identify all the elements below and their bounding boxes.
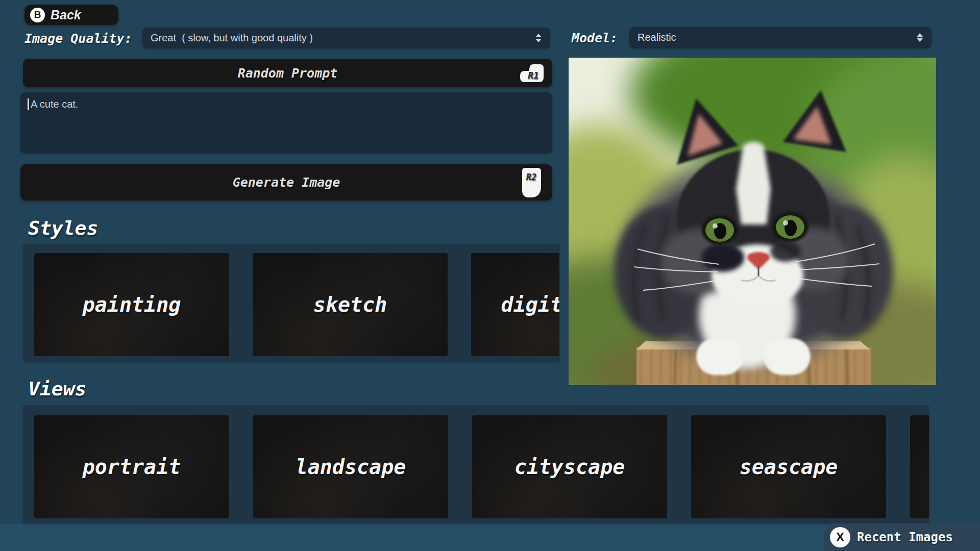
style-card-label: painting	[83, 293, 181, 316]
model-value: Realistic	[638, 32, 916, 43]
styles-panel: painting sketch digital art	[23, 244, 559, 361]
x-button-icon: X	[830, 527, 850, 547]
image-quality-select[interactable]: Great ( slow, but with good quality )	[142, 28, 550, 48]
r1-shoulder-icon: R1	[518, 63, 546, 84]
view-card-landscape[interactable]: landscape	[253, 415, 448, 518]
view-card-label: portrait	[83, 455, 181, 479]
random-prompt-button[interactable]: Random Prompt R1	[23, 59, 552, 87]
back-button-label: Back	[51, 8, 81, 22]
updown-arrows-icon	[916, 33, 923, 42]
views-panel: portrait landscape cityscape seascape	[23, 405, 929, 523]
app-root: B Back Image Quality: Great ( slow, but …	[0, 0, 980, 551]
style-card-sketch[interactable]: sketch	[253, 253, 448, 356]
b-button-icon: B	[30, 8, 45, 22]
r2-key-label: R2	[526, 172, 536, 182]
image-quality-value: Great ( slow, but with good quality )	[151, 32, 535, 44]
view-card-seascape[interactable]: seascape	[691, 415, 886, 518]
view-card-portrait[interactable]: portrait	[34, 415, 229, 518]
text-cursor-icon	[28, 98, 29, 110]
style-card-painting[interactable]: painting	[34, 253, 229, 356]
styles-heading: Styles	[28, 217, 98, 239]
cat-photo-illustration	[569, 58, 936, 385]
view-card-label: seascape	[740, 455, 838, 479]
back-button[interactable]: B Back	[24, 5, 118, 25]
view-card-label: cityscape	[514, 455, 625, 479]
model-label: Model:	[572, 31, 618, 45]
view-card-partial[interactable]	[910, 415, 929, 518]
recent-images-label: Recent Images	[857, 530, 953, 544]
recent-images-button[interactable]: X Recent Images	[824, 523, 980, 551]
r1-key-label: R1	[528, 70, 539, 81]
view-card-cityscape[interactable]: cityscape	[472, 415, 667, 518]
style-card-label: sketch	[313, 293, 387, 316]
generated-image-preview	[569, 58, 936, 385]
r2-trigger-icon: R2	[521, 167, 542, 198]
views-heading: Views	[28, 378, 86, 400]
style-card-digital-art[interactable]: digital art	[471, 253, 559, 356]
updown-arrows-icon	[535, 34, 542, 42]
view-card-label: landscape	[296, 455, 406, 479]
generate-image-button[interactable]: Generate Image R2	[20, 164, 552, 201]
generate-image-label: Generate Image	[233, 175, 340, 190]
style-card-label: digital art	[501, 293, 559, 316]
prompt-input[interactable]: A cute cat.	[20, 92, 552, 153]
random-prompt-label: Random Prompt	[238, 66, 338, 81]
image-quality-label: Image Quality:	[24, 31, 132, 46]
prompt-text: A cute cat.	[31, 98, 78, 110]
model-select[interactable]: Realistic	[629, 27, 932, 48]
